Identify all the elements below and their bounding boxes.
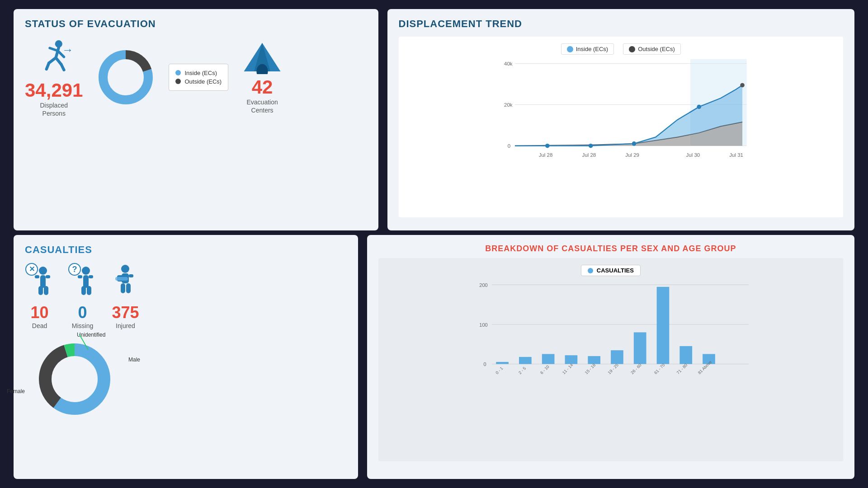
displaced-block: → 34,291 Displaced Persons — [25, 37, 83, 117]
svg-text:Jul 29: Jul 29 — [625, 152, 639, 158]
svg-rect-53 — [126, 283, 131, 293]
svg-point-33 — [39, 267, 47, 275]
svg-point-41 — [82, 267, 90, 275]
svg-text:0: 0 — [483, 362, 486, 367]
dead-stat: ✕ 10 Dead — [25, 263, 54, 329]
svg-text:2 - 5: 2 - 5 — [518, 366, 527, 375]
trend-title: DISPLACEMENT TREND — [399, 18, 843, 30]
svg-rect-50 — [115, 277, 128, 281]
svg-rect-45 — [81, 286, 86, 295]
svg-rect-37 — [38, 286, 43, 295]
injured-person-icon — [111, 263, 140, 301]
svg-rect-38 — [44, 286, 48, 295]
dead-person-icon: ✕ — [25, 263, 54, 301]
svg-text:0 - 1: 0 - 1 — [495, 366, 504, 375]
bar-chart-area: CASUALTIES 200 100 0 0 - 1 2 - 5 — [378, 258, 843, 461]
casualties-stats: ✕ 10 Dead ? — [25, 263, 347, 329]
breakdown-bar-chart: 200 100 0 0 - 1 2 - 5 6 - 10 1 — [385, 281, 836, 389]
missing-stat: ? 0 Missing — [68, 263, 97, 329]
centers-block: 42 Evacuation Centers — [242, 40, 283, 114]
svg-rect-66 — [519, 357, 532, 364]
svg-rect-52 — [121, 283, 125, 293]
svg-rect-43 — [78, 275, 82, 278]
svg-rect-64 — [496, 362, 509, 364]
svg-rect-68 — [542, 354, 555, 364]
svg-line-2 — [50, 48, 58, 51]
svg-text:15 - 18: 15 - 18 — [584, 363, 596, 375]
svg-text:✕: ✕ — [29, 265, 35, 273]
tent-icon — [242, 40, 283, 74]
displaced-label: Displaced Persons — [40, 101, 67, 117]
svg-point-22 — [588, 144, 593, 148]
missing-number: 0 — [78, 303, 87, 322]
svg-rect-51 — [129, 274, 133, 277]
svg-point-25 — [740, 83, 745, 88]
svg-rect-46 — [87, 286, 91, 295]
trend-panel: DISPLACEMENT TREND Inside (ECs) Outside … — [387, 9, 854, 230]
svg-point-23 — [632, 141, 636, 146]
svg-text:40k: 40k — [504, 61, 513, 66]
svg-rect-72 — [588, 357, 600, 365]
donut-connector-lines — [79, 334, 106, 361]
svg-text:?: ? — [72, 265, 77, 274]
injured-number: 375 — [112, 303, 139, 322]
injured-label: Injured — [116, 322, 135, 329]
svg-text:61 - 70: 61 - 70 — [653, 363, 665, 375]
dead-label: Dead — [32, 322, 47, 329]
svg-text:Jul 30: Jul 30 — [686, 152, 700, 158]
trend-svg: 40k 20k 0 — [406, 59, 836, 163]
evacuation-title: STATUS OF EVACUATION — [25, 18, 367, 30]
injured-stat: 375 Injured — [111, 263, 140, 329]
svg-text:→: → — [62, 43, 73, 56]
female-label: Female — [7, 388, 25, 394]
evacuation-panel: STATUS OF EVACUATION — [14, 9, 378, 230]
svg-line-7 — [61, 64, 64, 70]
svg-rect-80 — [679, 346, 692, 364]
breakdown-title: BREAKDOWN OF CASUALTIES PER SEX AND AGE … — [378, 244, 843, 253]
svg-rect-42 — [83, 275, 89, 288]
missing-person-icon: ? — [68, 263, 97, 301]
svg-text:100: 100 — [479, 322, 487, 328]
svg-text:Jul 28: Jul 28 — [582, 152, 596, 158]
evacuation-legend: Inside (ECs) Outside (ECs) — [169, 64, 228, 91]
svg-point-21 — [545, 144, 550, 148]
svg-text:Jul 31: Jul 31 — [729, 152, 743, 158]
svg-text:Jul 28: Jul 28 — [538, 152, 552, 158]
displacement-donut — [96, 48, 155, 107]
trend-chart-area: Inside (ECs) Outside (ECs) 40k 20k 0 — [399, 37, 843, 217]
svg-rect-44 — [89, 275, 93, 278]
svg-rect-70 — [565, 356, 577, 364]
male-label: Male — [128, 357, 140, 363]
svg-rect-76 — [634, 333, 646, 364]
dead-number: 10 — [30, 303, 48, 322]
svg-line-5 — [47, 63, 49, 70]
svg-text:71 - 80: 71 - 80 — [676, 363, 688, 375]
svg-rect-78 — [656, 287, 669, 364]
svg-text:26 - 60: 26 - 60 — [630, 363, 642, 375]
svg-text:20k: 20k — [504, 102, 513, 108]
svg-rect-36 — [46, 275, 50, 278]
centers-number: 42 — [252, 76, 273, 98]
casualties-title: CASUALTIES — [25, 244, 347, 256]
breakdown-panel: BREAKDOWN OF CASUALTIES PER SEX AND AGE … — [367, 235, 854, 479]
running-person-icon: → — [33, 37, 74, 77]
missing-label: Missing — [72, 322, 93, 329]
svg-text:6 - 10: 6 - 10 — [539, 365, 550, 375]
svg-rect-74 — [611, 351, 623, 364]
svg-text:0: 0 — [507, 143, 510, 149]
svg-point-47 — [121, 265, 129, 273]
centers-label: Evacuation Centers — [246, 98, 278, 114]
svg-point-24 — [697, 105, 701, 109]
svg-rect-34 — [40, 275, 46, 288]
casualties-panel: CASUALTIES ✕ 10 Dead — [14, 235, 358, 479]
svg-rect-35 — [35, 275, 39, 278]
svg-text:11 - 14: 11 - 14 — [561, 363, 574, 375]
trend-legend: Inside (ECs) Outside (ECs) — [406, 43, 836, 55]
svg-line-54 — [79, 334, 88, 350]
breakdown-legend-label: CASUALTIES — [597, 267, 634, 274]
displaced-number: 34,291 — [25, 80, 83, 101]
svg-text:200: 200 — [479, 282, 487, 288]
svg-text:19 - 25: 19 - 25 — [607, 363, 619, 375]
